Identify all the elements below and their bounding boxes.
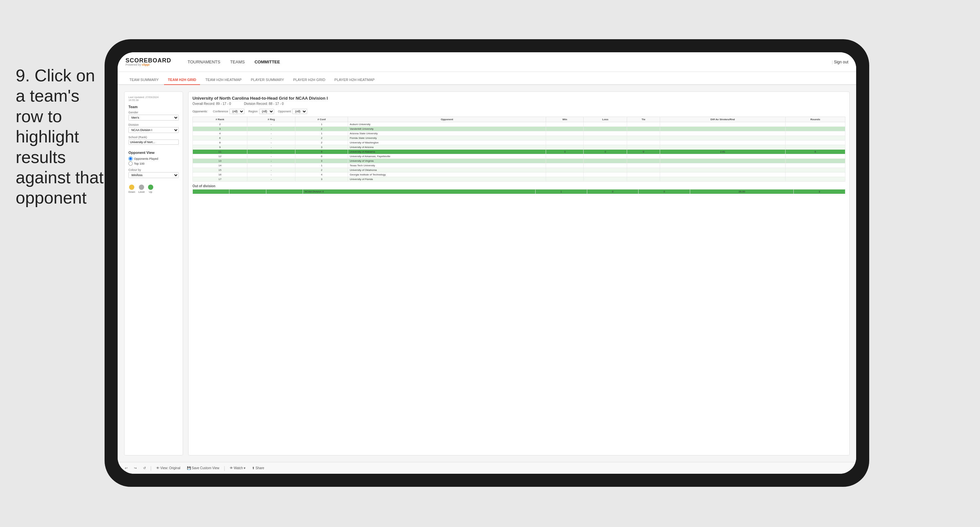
data-table: # Rank # Reg # Conf Opponent Win Loss Ti… <box>192 117 845 182</box>
table-row[interactable]: 6-2Florida State University <box>193 136 845 140</box>
opponents-label: Opponents: <box>192 110 208 113</box>
col-rank: # Rank <box>193 117 247 122</box>
step-text: Click on a team's row to highlight resul… <box>16 66 103 207</box>
out-of-division-row[interactable]: NCAA Division II 1 0 0 26.00 3 <box>193 189 845 194</box>
nav-right: | Sign out <box>832 60 848 64</box>
opponent-filter: Opponent (All) <box>278 109 307 114</box>
radio-group: Opponents Played Top 100 <box>129 156 179 166</box>
bottom-toolbar: ↩ ↪ ↺ | 👁 View: Original 💾 Save Custom V… <box>118 462 856 474</box>
school-label: School (Rank) <box>129 135 179 139</box>
tablet-frame: SCOREBOARD Powered by clippi TOURNAMENTS… <box>105 39 869 487</box>
division-label: Division <box>129 123 179 126</box>
col-loss: Loss <box>584 117 627 122</box>
out-division-label: NCAA Division II <box>303 189 536 194</box>
out-of-division-table: NCAA Division II 1 0 0 26.00 3 <box>192 189 845 194</box>
subnav-player-h2h-heatmap[interactable]: PLAYER H2H HEATMAP <box>330 75 379 85</box>
table-row[interactable]: 14-1Texas Tech University <box>193 163 845 168</box>
conference-select[interactable]: (All) <box>229 109 244 114</box>
nav-committee[interactable]: COMMITTEE <box>255 58 280 66</box>
radio-opponents-played: Opponents Played <box>129 156 179 161</box>
subnav-team-h2h-grid[interactable]: TEAM H2H GRID <box>164 75 200 85</box>
reset-button[interactable]: ↺ <box>141 466 148 470</box>
grid-title: University of North Carolina Head-to-Hea… <box>192 96 845 100</box>
col-opponent: Opponent <box>348 117 546 122</box>
share-button[interactable]: ⬆ Share <box>250 466 266 470</box>
table-row[interactable]: 3-2Vanderbilt University <box>193 127 845 131</box>
subnav-player-h2h-grid[interactable]: PLAYER H2H GRID <box>289 75 329 85</box>
conference-filter: Conference (All) <box>213 109 245 114</box>
subnav-player-summary[interactable]: PLAYER SUMMARY <box>247 75 288 85</box>
out-of-division-header: Out of division <box>192 184 845 188</box>
top-nav: SCOREBOARD Powered by clippi TOURNAMENTS… <box>118 52 856 72</box>
logo-scoreboard: SCOREBOARD <box>126 57 171 64</box>
col-reg: # Reg <box>247 117 295 122</box>
last-updated: Last Updated: 27/03/2024 16:55:38 <box>129 96 179 102</box>
overall-record: Overall Record: 89 - 17 - 0 <box>192 102 231 105</box>
legend-level: Level <box>138 185 145 193</box>
redo-button[interactable]: ↪ <box>132 466 138 470</box>
main-content: Last Updated: 27/03/2024 16:55:38 Team G… <box>118 85 856 462</box>
division-record: Division Record: 88 - 17 - 0 <box>244 102 284 105</box>
col-rounds: Rounds <box>785 117 845 122</box>
table-row[interactable]: 4-1Arizona State University <box>193 131 845 136</box>
col-win: Win <box>546 117 584 122</box>
region-filter: Region (All) <box>248 109 274 114</box>
save-custom-view-button[interactable]: 💾 Save Custom View <box>185 466 221 470</box>
logo-powered: Powered by clippi <box>126 64 171 66</box>
left-panel: Last Updated: 27/03/2024 16:55:38 Team G… <box>124 91 183 455</box>
table-body: 2-1Auburn University3-2Vanderbilt Univer… <box>193 122 845 182</box>
gender-label: Gender <box>129 111 179 114</box>
colour-by-select[interactable]: Win/loss <box>129 172 179 178</box>
table-row[interactable]: 17-3University of Florida <box>193 177 845 182</box>
legend-down-circle <box>129 185 134 190</box>
col-diff: Diff Av Strokes/Rnd <box>660 117 786 122</box>
nav-tournaments[interactable]: TOURNAMENTS <box>188 58 220 66</box>
filters-row: Opponents: Conference (All) Region (All) <box>192 109 845 114</box>
table-row[interactable]: 2-1Auburn University <box>193 122 845 127</box>
colour-by-label: Colour by <box>129 168 179 172</box>
table-header-row: # Rank # Reg # Conf Opponent Win Loss Ti… <box>193 117 845 122</box>
table-row[interactable]: 9-3University of Arizona <box>193 145 845 150</box>
sub-nav: TEAM SUMMARY TEAM H2H GRID TEAM H2H HEAT… <box>118 72 856 85</box>
legend-up-circle <box>148 185 153 190</box>
table-row[interactable]: 12-6University of Arkansas, Fayetteville <box>193 154 845 159</box>
subnav-team-h2h-heatmap[interactable]: TEAM H2H HEATMAP <box>201 75 245 85</box>
legend-row: Down Level Up <box>129 185 179 193</box>
instruction-text: 9. Click on a team's row to highlight re… <box>16 65 107 208</box>
legend-up: Up <box>148 185 153 193</box>
undo-button[interactable]: ↩ <box>123 466 129 470</box>
division-select[interactable]: NCAA Division I <box>129 127 179 133</box>
nav-items: TOURNAMENTS TEAMS COMMITTEE <box>188 58 280 66</box>
region-select[interactable]: (All) <box>259 109 274 114</box>
opponent-view-title: Opponent View <box>129 151 179 154</box>
table-row[interactable]: 11-5University of Alabama3002.618 <box>193 150 845 154</box>
table-row[interactable]: 8-2University of Washington <box>193 140 845 145</box>
view-original-button[interactable]: 👁 View: Original <box>154 466 182 470</box>
grid-records: Overall Record: 89 - 17 - 0 Division Rec… <box>192 102 845 105</box>
watch-button[interactable]: 👁 Watch ▾ <box>228 466 248 470</box>
col-conf: # Conf <box>295 117 348 122</box>
legend-down: Down <box>129 185 135 193</box>
school-input[interactable] <box>129 140 179 145</box>
tablet-screen: SCOREBOARD Powered by clippi TOURNAMENTS… <box>118 52 856 474</box>
opponent-view-section: Opponent View Opponents Played Top 100 <box>129 151 179 166</box>
grid-panel: University of North Carolina Head-to-Hea… <box>188 91 850 455</box>
subnav-team-summary[interactable]: TEAM SUMMARY <box>126 75 163 85</box>
radio-top100: Top 100 <box>129 161 179 166</box>
col-tie: Tie <box>627 117 660 122</box>
table-row[interactable]: 16-4Georgia Institute of Technology <box>193 172 845 177</box>
team-section-title: Team <box>129 105 179 109</box>
nav-teams[interactable]: TEAMS <box>230 58 245 66</box>
legend-level-circle <box>139 185 144 190</box>
sign-out-link[interactable]: Sign out <box>834 60 848 64</box>
opponent-select[interactable]: (All) <box>292 109 307 114</box>
gender-select[interactable]: Men's <box>129 115 179 121</box>
step-number: 9. <box>16 66 30 85</box>
logo-area: SCOREBOARD Powered by clippi <box>126 57 171 66</box>
table-row[interactable]: 15-2University of Oklahoma <box>193 168 845 172</box>
table-row[interactable]: 13-3University of Virginia <box>193 159 845 163</box>
